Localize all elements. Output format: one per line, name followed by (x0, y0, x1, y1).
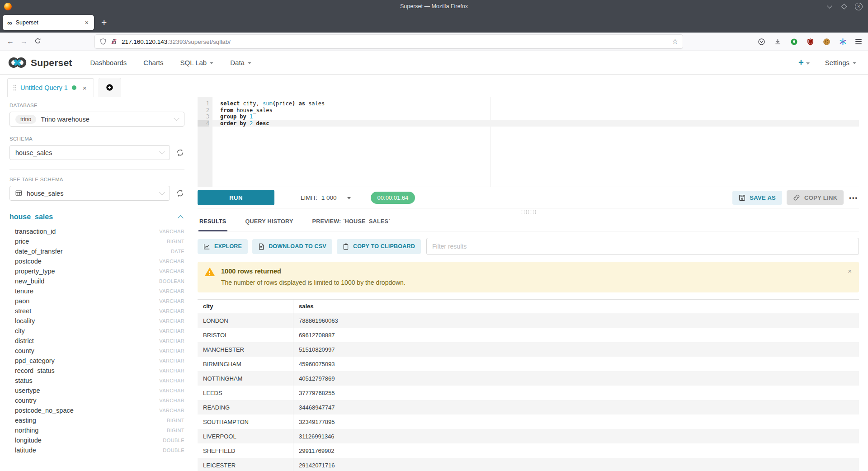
explore-button[interactable]: EXPLORE (198, 239, 248, 254)
pocket-icon[interactable] (758, 38, 765, 46)
downloads-icon[interactable] (774, 38, 782, 46)
query-tab-close-icon[interactable]: × (83, 84, 87, 92)
table-row[interactable]: LIVERPOOL31126991346 (198, 429, 859, 443)
insecure-lock-icon[interactable] (110, 38, 118, 45)
cell-sales: 40512797869 (293, 375, 859, 382)
alert-close-icon[interactable]: × (848, 267, 852, 275)
column-name: city (15, 327, 25, 334)
query-tab-label[interactable]: Untitled Query 1 (20, 84, 68, 91)
copy-link-button[interactable]: COPY LINK (787, 190, 844, 205)
editor-gutter: 1234 (198, 97, 212, 187)
cell-city: LONDON (198, 313, 293, 328)
chevron-down-icon (159, 189, 165, 195)
window-close-button[interactable]: × (855, 3, 863, 10)
chevron-up-icon[interactable] (178, 215, 184, 221)
column-type: VARCHAR (159, 408, 184, 413)
cell-city: READING (198, 400, 293, 414)
column-type: VARCHAR (159, 348, 184, 353)
cell-sales: 51510820997 (293, 346, 859, 353)
schema-column-row: cityVARCHAR (9, 326, 184, 336)
cell-sales: 788861960063 (293, 317, 859, 324)
url-text[interactable]: 217.160.120.143:32393/superset/sqllab/ (122, 38, 672, 45)
table-select[interactable]: house_sales (9, 186, 170, 201)
reload-button[interactable] (31, 38, 44, 46)
schema-select[interactable]: house_sales (9, 145, 170, 160)
cell-city: NOTTINGHAM (198, 371, 293, 386)
sql-editor[interactable]: 1234 select city, sum(price) as salesfro… (198, 97, 859, 187)
column-type: VARCHAR (159, 259, 184, 264)
back-button[interactable]: ← (4, 38, 17, 46)
run-button[interactable]: RUN (198, 190, 274, 205)
schema-column-row: streetVARCHAR (9, 306, 184, 316)
table-row[interactable]: LONDON788861960063 (198, 313, 859, 328)
refresh-icon (176, 189, 184, 198)
table-row[interactable]: BIRMINGHAM45960075093 (198, 357, 859, 371)
bookmark-star-icon[interactable]: ☆ (672, 38, 678, 46)
browser-tab-superset[interactable]: ∞ Superset × (3, 15, 94, 30)
editor-code[interactable]: select city, sum(price) as salesfrom hou… (212, 97, 859, 187)
limit-value: 1 000 (321, 194, 337, 201)
table-name-link[interactable]: house_sales (9, 213, 53, 221)
results-tab-query-history[interactable]: QUERY HISTORY (245, 214, 294, 231)
filter-results-input[interactable] (426, 238, 859, 255)
column-name: date_of_transfer (15, 248, 63, 255)
menu-hamburger-icon[interactable] (855, 39, 862, 44)
results-tab-preview-house-sales[interactable]: PREVIEW: `HOUSE_SALES` (311, 214, 392, 231)
nav-item-data[interactable]: Data (230, 59, 251, 66)
schema-column-row: localityVARCHAR (9, 316, 184, 326)
column-name: usertype (15, 387, 40, 394)
table-row[interactable]: NOTTINGHAM40512797869 (198, 371, 859, 386)
schema-column-row: eastingBIGINT (9, 415, 184, 425)
column-header-sales[interactable]: sales (293, 300, 859, 313)
query-tab[interactable]: Untitled Query 1 × (7, 78, 94, 97)
brand-name[interactable]: Superset (31, 57, 72, 68)
table-row[interactable]: MANCHESTER51510820997 (198, 342, 859, 357)
add-new-button[interactable]: + (798, 57, 810, 68)
nav-item-dashboards[interactable]: Dashboards (90, 59, 127, 66)
window-maximize-button[interactable] (840, 3, 848, 10)
ublock-shield-icon[interactable] (807, 38, 814, 46)
browser-tabstrip: ∞ Superset × + (0, 13, 868, 33)
window-minimize-button[interactable] (826, 3, 833, 10)
url-host: 217.160.120.143 (122, 38, 167, 45)
add-query-tab[interactable] (99, 78, 121, 97)
table-row[interactable]: READING34468947747 (198, 400, 859, 414)
column-list: transaction_idVARCHARpriceBIGINTdate_of_… (9, 226, 184, 455)
browser-tab-close-icon[interactable]: × (84, 19, 90, 26)
chevron-down-icon (853, 62, 856, 64)
forward-button[interactable]: → (17, 38, 31, 46)
refresh-schema-button[interactable] (176, 148, 184, 157)
more-options-button[interactable]: ••• (849, 194, 858, 201)
cell-city: SOUTHAMPTON (198, 414, 293, 429)
new-tab-button[interactable]: + (101, 17, 107, 28)
table-row[interactable]: LEEDS37779768255 (198, 386, 859, 400)
asterisk-extension-icon[interactable] (839, 38, 847, 46)
results-tab-results[interactable]: RESULTS (198, 214, 227, 231)
table-row[interactable]: BRISTOL69612708887 (198, 328, 859, 342)
chevron-down-icon (159, 149, 165, 155)
limit-dropdown[interactable]: LIMIT: 1 000 (301, 194, 351, 201)
cookie-extension-icon[interactable] (823, 38, 830, 46)
drag-handle-icon[interactable] (13, 85, 16, 91)
url-bar[interactable]: 217.160.120.143:32393/superset/sqllab/ ☆ (95, 35, 683, 48)
schema-column-row: districtVARCHAR (9, 336, 184, 346)
table-row[interactable]: SOUTHAMPTON32349177895 (198, 414, 859, 429)
firefox-titlebar: Superset — Mozilla Firefox × (0, 0, 868, 13)
copy-clipboard-button[interactable]: COPY TO CLIPBOARD (337, 239, 421, 254)
download-csv-button[interactable]: DOWNLOAD TO CSV (252, 239, 332, 254)
table-row[interactable]: SHEFFIELD29911769902 (198, 443, 859, 458)
resize-grip[interactable] (521, 210, 536, 214)
superset-favicon-icon: ∞ (7, 19, 12, 27)
settings-menu[interactable]: Settings (825, 59, 856, 66)
cell-sales: 32349177895 (293, 419, 859, 425)
nav-item-sql-lab[interactable]: SQL Lab (180, 59, 214, 66)
table-row[interactable]: LEICESTER29142071716 (198, 458, 859, 471)
nav-item-charts[interactable]: Charts (143, 59, 163, 66)
column-header-city[interactable]: city (198, 300, 293, 313)
results-table-body: LONDON788861960063BRISTOL69612708887MANC… (198, 313, 859, 471)
database-select[interactable]: trino Trino warehouse (9, 112, 184, 127)
save-as-button[interactable]: SAVE AS (732, 191, 782, 205)
extension-green-icon[interactable] (790, 38, 798, 46)
shield-permissions-icon[interactable] (99, 38, 107, 45)
refresh-table-button[interactable] (176, 189, 184, 198)
